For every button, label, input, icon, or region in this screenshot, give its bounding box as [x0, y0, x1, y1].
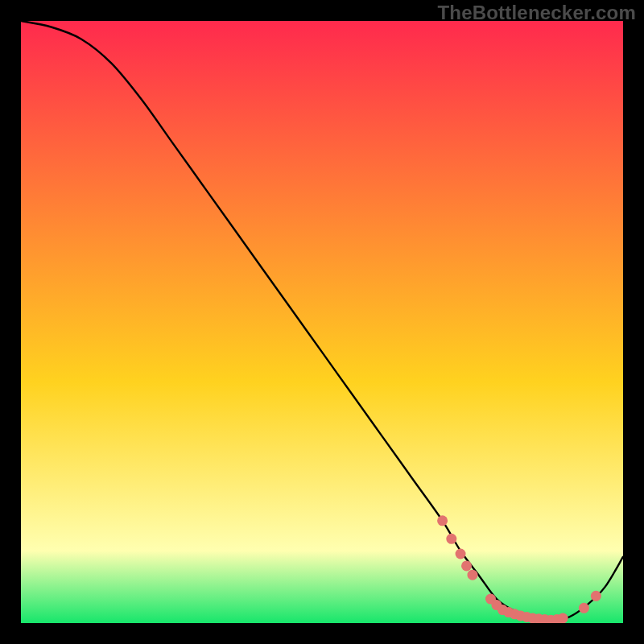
data-marker	[461, 560, 472, 571]
data-marker	[446, 534, 456, 544]
data-marker	[591, 591, 601, 601]
bottleneck-chart	[21, 21, 623, 623]
data-marker	[437, 515, 448, 526]
chart-frame: TheBottlenecker.com	[0, 0, 644, 644]
watermark-text: TheBottlenecker.com	[437, 2, 636, 24]
data-marker	[456, 548, 466, 559]
data-marker	[579, 603, 589, 613]
gradient-background	[21, 21, 623, 623]
data-marker	[558, 613, 568, 623]
data-marker	[468, 570, 478, 580]
